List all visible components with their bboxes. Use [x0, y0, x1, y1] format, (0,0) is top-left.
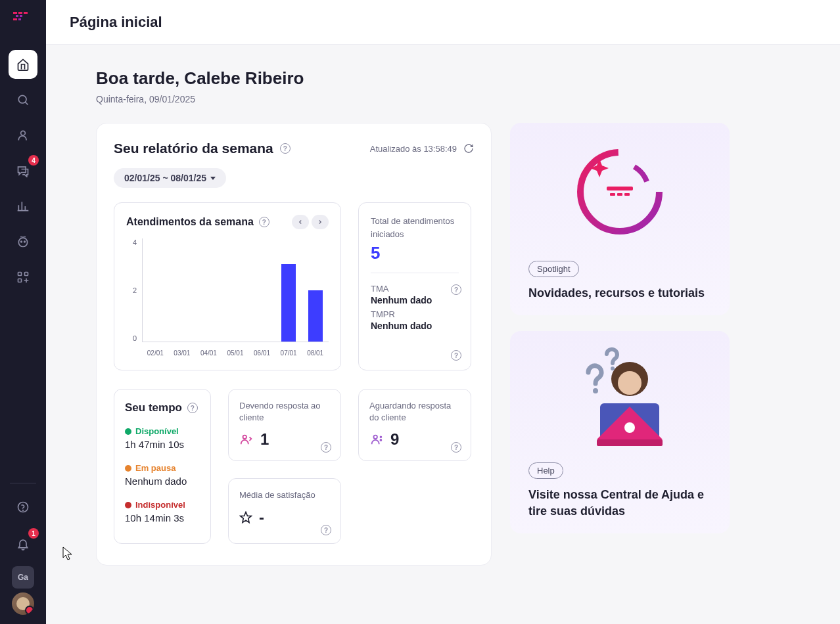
chat-badge: 4 — [28, 155, 39, 166]
help-icon[interactable]: ? — [187, 403, 198, 413]
sidebar-bottom: 1 Ga — [9, 483, 37, 624]
svg-point-18 — [373, 435, 377, 439]
paused-value: Nenhum dado — [125, 476, 200, 487]
nav-bot[interactable] — [9, 227, 37, 256]
star-icon — [239, 511, 252, 524]
nav-chat[interactable]: 4 — [9, 156, 37, 185]
svg-point-11 — [24, 241, 26, 242]
svg-rect-5 — [13, 18, 17, 20]
help-icon[interactable]: ? — [451, 350, 461, 361]
chart-title: Atendimentos da semana — [126, 216, 254, 228]
bot-icon — [16, 235, 30, 248]
help-card[interactable]: Help Visite nossa Central de Ajuda e tir… — [510, 331, 730, 533]
topbar: Página inicial — [46, 0, 840, 45]
spotlight-badge: Spotlight — [528, 261, 579, 277]
spotlight-title: Novidades, recursos e tutoriais — [528, 285, 711, 301]
nav-notifications[interactable]: 1 — [9, 529, 37, 558]
svg-point-17 — [243, 435, 247, 439]
time-card: Seu tempo ? Disponível 1h 47min 10s Em p… — [114, 389, 211, 544]
nav-home[interactable] — [9, 50, 37, 79]
chat-icon — [16, 164, 30, 177]
dot-icon — [125, 428, 131, 435]
home-icon — [16, 58, 30, 71]
unavailable-value: 10h 14min 3s — [125, 512, 200, 524]
spotlight-image — [510, 123, 730, 261]
svg-rect-6 — [18, 18, 21, 20]
date-range-text: 02/01/25 ~ 08/01/25 — [124, 173, 206, 183]
tmpr-value: Nenhum dado — [371, 321, 459, 331]
caret-down-icon — [210, 177, 216, 180]
svg-point-21 — [580, 152, 659, 231]
available-value: 1h 47min 10s — [125, 439, 200, 450]
svg-rect-0 — [13, 12, 17, 14]
chevron-right-icon — [317, 219, 323, 225]
nav-analytics[interactable] — [9, 192, 37, 221]
satisfaction-card: Média de satisfação - ? — [228, 478, 341, 544]
help-icon[interactable]: ? — [321, 525, 331, 535]
help-icon[interactable]: ? — [280, 143, 291, 154]
totals-card: Total de atendimentos iniciados 5 ? TMA … — [358, 202, 471, 370]
status-paused: Em pausa — [125, 463, 200, 473]
svg-rect-4 — [20, 15, 22, 17]
spotlight-card[interactable]: Spotlight Novidades, recursos e tutoriai… — [510, 123, 730, 315]
svg-point-27 — [593, 388, 598, 393]
svg-rect-2 — [24, 12, 28, 14]
chart-bar — [281, 264, 296, 342]
main: Página inicial Boa tarde, Calebe Ribeiro… — [46, 0, 840, 624]
dot-icon — [125, 502, 131, 508]
date-range-picker[interactable]: 02/01/25 ~ 08/01/25 — [114, 168, 226, 188]
svg-rect-1 — [18, 12, 22, 14]
chart-prev-button[interactable] — [292, 215, 309, 229]
svg-rect-12 — [18, 273, 22, 276]
svg-point-7 — [18, 95, 26, 103]
help-icon[interactable]: ? — [259, 217, 269, 227]
help-icon[interactable]: ? — [321, 442, 331, 453]
svg-rect-32 — [597, 439, 663, 446]
nav-help[interactable] — [9, 493, 37, 522]
svg-rect-23 — [607, 187, 633, 190]
svg-rect-14 — [18, 279, 22, 282]
waiting-value: 9 — [390, 430, 399, 449]
greeting-text: Boa tarde, Calebe Ribeiro — [96, 68, 816, 89]
search-icon — [16, 93, 30, 106]
divider — [10, 483, 36, 483]
weekly-report-panel: Seu relatório da semana ? Atualizado às … — [96, 123, 492, 566]
help-title: Visite nossa Central de Ajuda e tire sua… — [528, 487, 711, 519]
content: Boa tarde, Calebe Ribeiro Quinta-feira, … — [46, 45, 840, 624]
help-icon[interactable]: ? — [451, 442, 461, 453]
nav-user[interactable] — [9, 121, 37, 150]
bar-chart: 420 02/0103/0104/0105/0106/0107/0108/01 — [126, 238, 329, 357]
report-title: Seu relatório da semana — [114, 141, 273, 156]
page-title: Página inicial — [70, 14, 162, 31]
status-available: Disponível — [125, 426, 200, 436]
chart-next-button[interactable] — [312, 215, 329, 229]
svg-point-20 — [381, 437, 382, 438]
dot-icon — [125, 465, 131, 472]
svg-rect-13 — [25, 273, 28, 276]
svg-rect-3 — [16, 15, 18, 17]
waiting-label: Aguardando resposta do cliente — [369, 400, 460, 424]
apps-icon — [16, 271, 30, 284]
help-icon[interactable]: ? — [451, 284, 461, 295]
help-circle-icon — [16, 501, 30, 514]
svg-point-8 — [21, 131, 26, 135]
totals-value: 5 — [371, 243, 459, 263]
logo — [13, 12, 33, 21]
sidebar: 4 1 Ga — [0, 0, 46, 624]
svg-point-33 — [624, 422, 635, 433]
tma-value: Nenhum dado — [371, 295, 459, 305]
nav-search[interactable] — [9, 85, 37, 114]
help-badge: Help — [528, 462, 563, 479]
chevron-left-icon — [297, 219, 304, 225]
workspace-avatar[interactable]: Ga — [12, 566, 34, 589]
nav-apps[interactable] — [9, 263, 37, 292]
user-avatar[interactable] — [12, 592, 34, 615]
svg-point-19 — [381, 439, 382, 441]
satisfaction-label: Média de satisfação — [239, 489, 330, 501]
totals-label: Total de atendimentos iniciados — [371, 215, 459, 240]
satisfaction-value: - — [259, 508, 264, 527]
owed-card: Devendo resposta ao cliente 1 ? — [228, 389, 341, 461]
svg-rect-25 — [617, 193, 622, 196]
svg-point-10 — [21, 241, 22, 242]
refresh-icon[interactable] — [463, 143, 474, 154]
